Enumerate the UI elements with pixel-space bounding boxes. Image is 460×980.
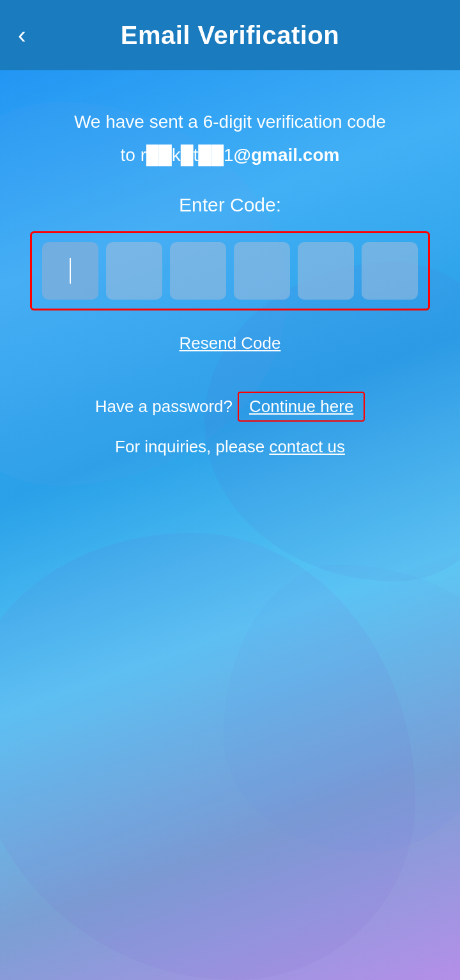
code-box-5[interactable] <box>298 242 354 300</box>
content-area: We have sent a 6-digit verification code… <box>0 109 460 457</box>
code-box-2[interactable] <box>106 242 162 300</box>
inquiries-text: For inquiries, please contact us <box>115 437 345 457</box>
back-button[interactable]: ‹ <box>18 23 26 47</box>
code-box-6[interactable] <box>362 242 418 300</box>
code-input-container[interactable] <box>30 231 430 310</box>
enter-code-label: Enter Code: <box>179 194 281 216</box>
inquiries-prefix: For inquiries, please <box>115 437 269 456</box>
email-domain: @gmail.com <box>234 145 340 165</box>
verification-message-line2: to r██k█t██1@gmail.com <box>121 142 340 169</box>
to-prefix: to <box>121 145 141 165</box>
code-box-4[interactable] <box>234 242 290 300</box>
continue-here-link[interactable]: Continue here <box>238 392 365 422</box>
contact-us-link[interactable]: contact us <box>269 437 345 456</box>
resend-code-link[interactable]: Resend Code <box>180 333 281 353</box>
email-masked: r██k█t██1 <box>141 145 234 165</box>
password-row: Have a password? Continue here <box>95 392 365 422</box>
page-title: Email Verification <box>121 21 339 50</box>
password-prompt: Have a password? <box>95 397 233 417</box>
text-cursor <box>70 258 71 284</box>
code-box-3[interactable] <box>170 242 226 300</box>
code-box-1[interactable] <box>42 242 98 300</box>
verification-message-line1: We have sent a 6-digit verification code <box>74 109 386 135</box>
header: ‹ Email Verification <box>0 0 460 70</box>
main-content: We have sent a 6-digit verification code… <box>0 70 460 980</box>
